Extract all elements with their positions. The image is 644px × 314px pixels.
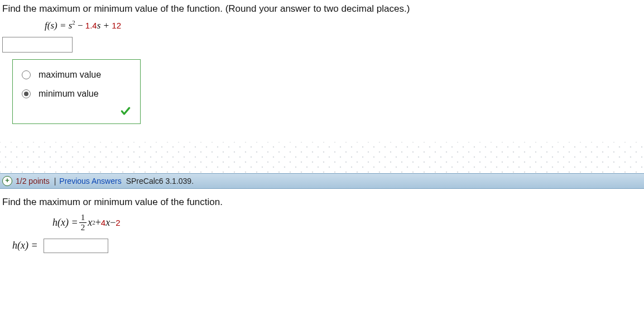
q1-eq-coef: 1.4 xyxy=(85,21,97,30)
q1-answer-field-wrap xyxy=(0,37,644,53)
q2-frac-top: 1 xyxy=(79,213,87,223)
q1-eq-const: 12 xyxy=(112,21,121,30)
q1-eq-lhs: f(s) = s xyxy=(45,20,72,31)
q1-choice-box: maximum value minimum value xyxy=(12,59,141,124)
q2-eq-x2: x xyxy=(105,217,110,229)
expand-icon[interactable]: + xyxy=(2,176,12,186)
points-label: 1/2 points xyxy=(16,177,50,185)
q2-answer-input[interactable] xyxy=(44,239,108,253)
q2-eq-coef1: 4 xyxy=(101,218,105,227)
q1-prompt: Find the maximum or minimum value of the… xyxy=(0,0,644,15)
q1-choice-max-label: maximum value xyxy=(39,70,101,80)
q2-prompt: Find the maximum or minimum value of the… xyxy=(0,189,644,208)
decorative-separator xyxy=(0,142,644,173)
q1-equation: f(s) = s2 − 1.4s + 12 xyxy=(0,15,644,37)
q1-choice-max[interactable]: maximum value xyxy=(18,68,134,87)
q1-choice-min-label: minimum value xyxy=(39,89,99,99)
q2-answer-row: h(x) = xyxy=(0,236,644,253)
question-header: + 1/2 points | Previous Answers SPreCalc… xyxy=(0,173,644,189)
q1-answer-input[interactable] xyxy=(2,37,73,53)
check-icon xyxy=(120,106,131,117)
radio-unchecked-icon[interactable] xyxy=(22,70,31,79)
q1-choice-min[interactable]: minimum value xyxy=(18,87,134,106)
q2-eq-mid1: + xyxy=(95,217,101,229)
q2-answer-label: h(x) = xyxy=(12,240,38,251)
q1-eq-mid: − xyxy=(75,20,85,31)
q2-eq-mid2: − xyxy=(110,217,116,229)
radio-checked-icon[interactable] xyxy=(22,89,31,98)
header-sep: | xyxy=(54,177,56,185)
q1-eq-after-coef: s + xyxy=(97,20,112,31)
previous-answers-link[interactable]: Previous Answers xyxy=(59,177,121,185)
question-ref: SPreCalc6 3.1.039. xyxy=(126,177,194,185)
q2-eq-lhs: h(x) = xyxy=(52,217,78,229)
q2-equation: h(x) = 1 2 x2 + 4 x − 2 xyxy=(0,208,644,236)
correct-indicator xyxy=(18,106,134,119)
q2-eq-const: 2 xyxy=(116,218,120,227)
q2-eq-frac: 1 2 xyxy=(79,213,87,232)
q2-frac-bot: 2 xyxy=(81,223,85,232)
q2-eq-x: x xyxy=(88,217,92,229)
